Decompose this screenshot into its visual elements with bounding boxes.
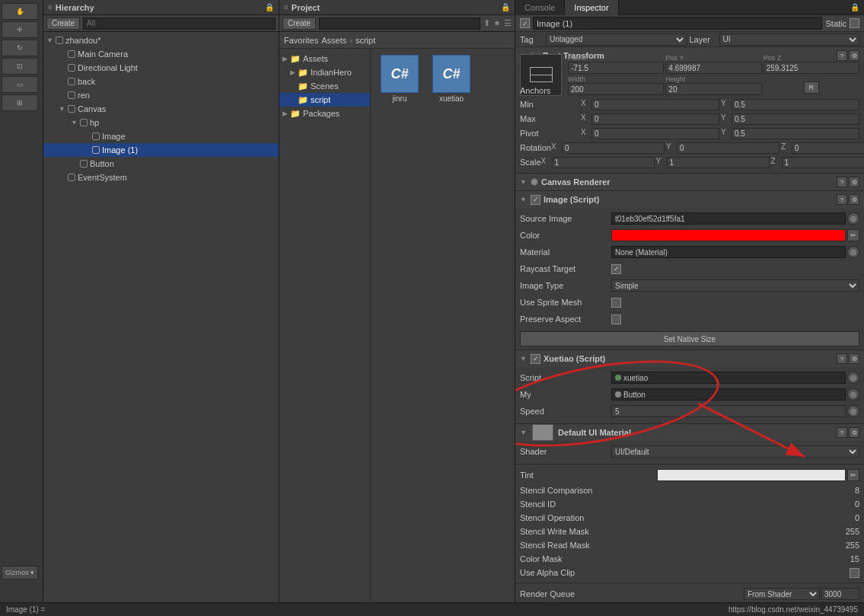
tree-item-zhandou[interactable]: ▼ zhandou* [43,34,279,47]
pivot-y[interactable] [732,128,859,139]
color-edit-btn[interactable]: ✏ [847,229,859,241]
tree-item-image1[interactable]: Image (1) [43,143,279,157]
preserve-aspect-checkbox[interactable] [611,314,621,324]
pos-y-input[interactable] [665,62,761,74]
object-enabled-checkbox[interactable]: ✓ [520,18,530,28]
folder-scenes[interactable]: 📁 Scenes [279,79,370,93]
xuetiao-icon-info[interactable]: ? [837,353,847,364]
tree-item-hp[interactable]: ▼ hp [43,116,279,129]
image-type-select[interactable]: Simple [611,279,859,292]
image-script-arrow: ▼ [520,196,528,203]
tree-item-canvas[interactable]: ▼ Canvas [43,102,279,116]
scale-z[interactable] [782,157,864,168]
anchor-min-x[interactable] [591,99,719,110]
pivot-x[interactable] [591,128,719,139]
r-button[interactable]: R [804,81,819,94]
tree-item-image[interactable]: Image [43,129,279,143]
rot-x[interactable] [562,142,665,154]
tree-item-back[interactable]: back [43,75,279,88]
tool-btn-hand[interactable]: ✋ [2,3,38,20]
tree-item-eventsystem[interactable]: EventSystem [43,171,279,184]
material-circle-btn[interactable]: ◎ [847,246,859,258]
hierarchy-search-input[interactable] [83,18,276,30]
tree-item-button[interactable]: Button [43,157,279,171]
raycast-checkbox[interactable]: ✓ [611,264,621,274]
tab-inspector[interactable]: Inspector [565,0,618,15]
stencil-operation-row: Stencil Operation 0 [515,511,864,525]
set-native-size-btn[interactable]: Set Native Size [520,331,859,346]
use-alpha-clip-checkbox[interactable] [850,568,859,578]
image-script-icon-info[interactable]: ? [837,194,847,205]
xuetiao-icon-settings[interactable]: ⚙ [849,353,859,364]
hierarchy-content: ▼ zhandou* Main Camera Directional Light [43,32,279,602]
render-queue-select[interactable]: From Shader [744,588,820,600]
file-jinru[interactable]: C# jinru [377,55,422,103]
canvas-renderer-icon-settings[interactable]: ⚙ [849,177,859,187]
hierarchy-create-btn[interactable]: Create [46,18,80,30]
project-create-btn[interactable]: Create [282,18,316,30]
inspector-tab-label: Inspector [574,3,608,12]
pos-z-input[interactable] [764,62,859,74]
folder-assets[interactable]: ▶ 📁 Assets [279,52,370,65]
gizmos-btn[interactable]: Gizmos ▾ [2,566,38,579]
tree-label-image: Image [102,132,126,141]
tree-item-directional-light[interactable]: Directional Light [43,61,279,75]
use-sprite-mesh-checkbox[interactable] [611,298,621,308]
rot-z[interactable] [792,142,864,154]
default-material-icon-info[interactable]: ? [837,427,847,438]
render-queue-value[interactable] [821,588,859,600]
anchor-max-x[interactable] [591,113,719,125]
project-search-input[interactable] [319,18,480,30]
raycast-row: Raycast Target ✓ [520,261,859,276]
folder-script[interactable]: 📁 script [279,93,370,107]
tool-btn-scale[interactable]: ⊡ [2,58,38,75]
image-type-row: Image Type Simple [520,278,859,293]
project-icon3: ☰ [504,18,512,28]
tool-btn-rotate[interactable]: ↻ [2,40,38,56]
color-swatch[interactable] [611,229,846,241]
layer-dropdown[interactable]: UI [719,34,860,46]
xuetiao-script-enabled[interactable]: ✓ [531,354,540,364]
canvas-renderer-header[interactable]: ▼ Canvas Renderer ? ⚙ [515,174,864,190]
tree-item-ren[interactable]: ren [43,88,279,102]
shader-select[interactable]: UI/Default [611,445,859,458]
tree-item-main-camera[interactable]: Main Camera [43,47,279,61]
xuetiao-speed-circle-btn[interactable]: ◎ [847,405,859,417]
folder-packages[interactable]: ▶ 📁 Packages [279,107,370,120]
tool-btn-transform[interactable]: ⊞ [2,94,38,111]
file-xuetiao[interactable]: C# xuetiao [429,55,474,103]
xuetiao-my-circle-btn[interactable]: ◎ [847,388,859,401]
canvas-renderer-icon-info[interactable]: ? [837,177,847,187]
tab-console[interactable]: Console [515,0,565,15]
hierarchy-lock-icon: 🔒 [265,3,274,11]
image-script-enabled[interactable]: ✓ [531,195,540,205]
image-script-icon-settings[interactable]: ⚙ [849,194,859,205]
object-name-input[interactable] [533,17,822,30]
default-material-icon-settings[interactable]: ⚙ [849,427,859,438]
tag-dropdown[interactable]: Untagged [546,34,687,46]
folder-indianhero[interactable]: ▶ 📁 IndianHero [279,65,370,79]
anchor-min-y[interactable] [732,99,859,110]
tool-btn-rect[interactable]: ▭ [2,76,38,93]
anchor-max-y[interactable] [732,113,859,125]
project-files: C# jinru C# xuetiao [371,49,515,602]
tint-edit-btn[interactable]: ✏ [847,469,859,481]
scale-x[interactable] [552,157,655,168]
default-material-header[interactable]: ▼ Default UI Material ? ⚙ [515,424,864,441]
pos-x-input[interactable] [568,62,664,74]
xuetiao-speed-input[interactable] [611,405,846,417]
static-checkbox[interactable] [850,18,859,28]
tint-swatch[interactable] [657,469,846,481]
rot-y[interactable] [677,142,780,154]
height-input[interactable] [665,83,761,95]
middle-column: ≡ Project 🔒 Create ⬆ ★ ☰ Favorites Asset… [279,0,515,602]
tool-btn-move[interactable]: ✛ [2,21,38,38]
image-script-header[interactable]: ▼ ✓ Image (Script) ? ⚙ [515,191,864,208]
project-lock-icon: 🔒 [501,3,510,11]
xuetiao-script-circle-btn[interactable]: ◎ [847,372,859,384]
width-input[interactable] [568,83,664,95]
scale-y[interactable] [667,157,770,168]
source-image-circle-btn[interactable]: ◎ [847,212,859,225]
material-label: Material [520,247,611,257]
xuetiao-script-header[interactable]: ▼ ✓ Xuetiao (Script) ? ⚙ [515,350,864,367]
